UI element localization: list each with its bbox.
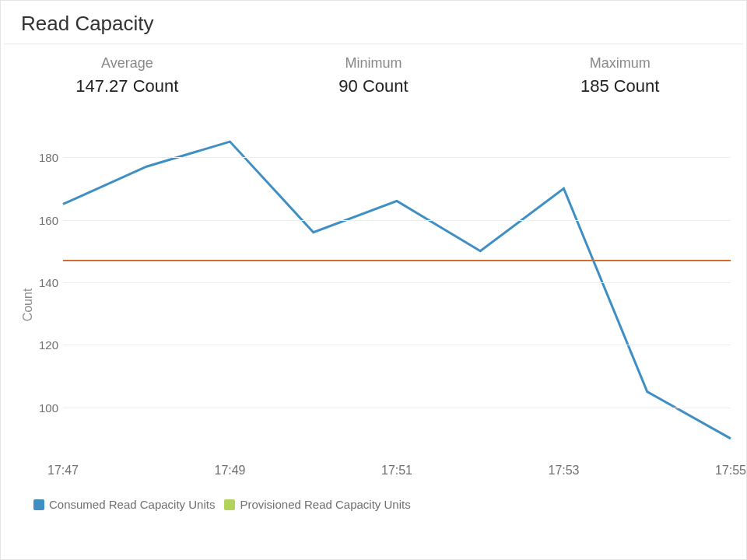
stat-maximum-label: Maximum xyxy=(496,55,743,72)
grid-line xyxy=(63,408,731,408)
x-tick: 17:55 xyxy=(715,464,746,478)
legend-item-provisioned: Provisioned Read Capacity Units xyxy=(224,498,410,511)
average-line xyxy=(63,260,731,261)
stat-minimum: Minimum 90 Count xyxy=(251,55,497,96)
x-tick: 17:49 xyxy=(214,464,245,478)
consumed-line xyxy=(63,142,731,439)
y-axis-label: Count xyxy=(21,289,35,322)
swatch-consumed xyxy=(33,499,44,510)
grid-line xyxy=(63,220,731,221)
grid-line xyxy=(63,282,731,283)
stat-maximum: Maximum 185 Count xyxy=(496,55,743,96)
legend-provisioned-label: Provisioned Read Capacity Units xyxy=(240,498,410,511)
y-tick: 180 xyxy=(32,151,58,164)
legend-consumed-label: Consumed Read Capacity Units xyxy=(49,498,215,511)
grid-line xyxy=(63,345,731,345)
stat-average-value: 147.27 Count xyxy=(4,76,251,96)
legend-item-consumed: Consumed Read Capacity Units xyxy=(33,498,215,511)
x-tick: 17:51 xyxy=(381,464,412,478)
x-tick: 17:47 xyxy=(47,464,79,478)
stat-minimum-value: 90 Count xyxy=(251,76,497,96)
x-tick: 17:53 xyxy=(548,464,579,478)
plot-region: 10012014016018017:4717:4917:5117:5317:55 xyxy=(63,126,731,454)
chart-area: Count 10012014016018017:4717:4917:5117:5… xyxy=(13,118,734,492)
y-tick: 160 xyxy=(32,213,58,226)
stat-average-label: Average xyxy=(4,55,251,72)
y-tick: 120 xyxy=(32,338,58,352)
read-capacity-panel: Read Capacity Average 147.27 Count Minim… xyxy=(0,0,747,560)
stats-row: Average 147.27 Count Minimum 90 Count Ma… xyxy=(4,44,743,103)
stat-minimum-label: Minimum xyxy=(251,55,497,72)
grid-line xyxy=(63,157,731,158)
y-tick: 140 xyxy=(32,275,58,289)
line-series xyxy=(63,126,731,454)
stat-average: Average 147.27 Count xyxy=(4,55,251,96)
y-tick: 100 xyxy=(32,401,58,414)
legend: Consumed Read Capacity Units Provisioned… xyxy=(4,492,743,511)
swatch-provisioned xyxy=(224,499,235,510)
panel-title: Read Capacity xyxy=(4,12,743,44)
stat-maximum-value: 185 Count xyxy=(496,76,743,96)
